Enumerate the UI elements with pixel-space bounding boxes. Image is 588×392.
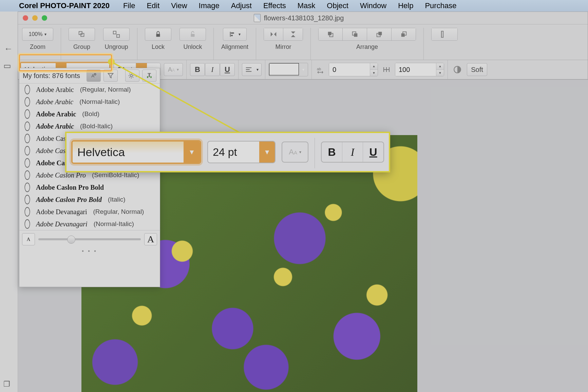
chevron-down-icon[interactable]: ▼	[259, 142, 275, 163]
font-name: Adobe Arabic	[36, 98, 73, 106]
font-list-item[interactable]: Adobe Arabic(Bold)	[19, 108, 160, 120]
menu-view[interactable]: View	[171, 1, 187, 10]
font-preview-button[interactable]: A	[87, 70, 101, 82]
mac-menubar: Corel PHOTO-PAINT 2020 File Edit View Im…	[0, 0, 588, 12]
backward-icon	[376, 31, 383, 38]
chevron-up-icon[interactable]: ▲	[436, 63, 444, 70]
ungroup-button[interactable]	[103, 28, 130, 41]
font-size-large-button[interactable]: A	[144, 233, 157, 245]
group-button[interactable]	[69, 28, 95, 41]
mirror-cluster	[264, 28, 303, 41]
font-panel-header: My fonts: 876 fonts A ▾	[19, 68, 160, 83]
svg-text:ab: ab	[317, 67, 321, 71]
chevron-down-icon[interactable]: ▾	[299, 63, 308, 76]
text-align-button[interactable]: ▾	[242, 63, 262, 76]
lock-label: Lock	[152, 43, 165, 51]
kerning-value[interactable]	[329, 63, 370, 76]
minimize-window-icon[interactable]	[32, 15, 38, 21]
font-size-slider[interactable]	[38, 238, 141, 240]
spin-buttons[interactable]: ▲▼	[436, 63, 444, 76]
font-list-item[interactable]: Adobe Devanagari(Regular, Normal)	[19, 206, 160, 218]
unlock-button[interactable]	[179, 28, 206, 41]
menu-edit[interactable]: Edit	[147, 1, 159, 10]
objects-icon[interactable]: ❐	[3, 380, 10, 389]
alignment-label: Alignment	[221, 43, 248, 51]
menu-file[interactable]: File	[123, 1, 135, 10]
color-swatch	[269, 63, 299, 75]
menu-image[interactable]: Image	[199, 1, 220, 10]
menu-mask[interactable]: Mask	[298, 1, 316, 10]
font-list-item[interactable]: Adobe Devanagari(Normal-Italic)	[19, 218, 160, 230]
ungroup-icon	[113, 31, 120, 38]
biu-cluster: B I U	[190, 63, 235, 76]
font-attr: (Italic)	[108, 196, 126, 203]
font-list-item[interactable]: Adobe Caslon Pro Bold	[19, 181, 160, 193]
menu-window[interactable]: Window	[360, 1, 386, 10]
callout-italic-button[interactable]: I	[342, 142, 363, 162]
divider	[186, 60, 187, 79]
callout-case-button[interactable]: AA ▾	[282, 142, 308, 163]
font-settings-button[interactable]: ▾	[125, 70, 139, 82]
zoom-window-icon[interactable]	[42, 15, 47, 21]
chevron-down-icon[interactable]: ▼	[436, 70, 444, 76]
menu-object[interactable]: Object	[327, 1, 348, 10]
font-list-item[interactable]: Adobe Arabic(Normal-Italic)	[19, 96, 160, 108]
font-list-item[interactable]: Adobe Arabic(Bold-Italic)	[19, 120, 160, 132]
tracking-value[interactable]	[395, 63, 436, 76]
callout-underline-button[interactable]: U	[363, 142, 383, 162]
underline-button[interactable]: U	[220, 63, 235, 76]
opentype-icon	[24, 134, 30, 143]
mirror-vertical-button[interactable]	[283, 28, 303, 41]
arrange-to-back-button[interactable]	[392, 28, 416, 41]
arrange-to-front-button[interactable]	[318, 28, 343, 41]
spin-buttons[interactable]: ▲▼	[370, 63, 378, 76]
callout-font-combo[interactable]: Helvetica ▼	[71, 140, 201, 164]
callout-bold-button[interactable]: B	[322, 142, 342, 162]
tracking-field[interactable]: ▲▼	[395, 63, 444, 76]
zoom-combo[interactable]: 100% ▾	[22, 28, 53, 41]
divider	[423, 28, 424, 60]
text-case-button[interactable]: AA ▾	[164, 63, 183, 76]
font-size-small-button[interactable]: A	[22, 233, 35, 245]
svg-rect-42	[148, 73, 151, 74]
ruler-button[interactable]	[431, 28, 458, 41]
font-add-button[interactable]	[142, 70, 156, 82]
chevron-down-icon[interactable]: ▼	[184, 142, 200, 163]
svg-rect-41	[150, 76, 151, 78]
mirror-horizontal-button[interactable]	[264, 28, 283, 41]
chevron-up-icon[interactable]: ▲	[370, 63, 378, 70]
lock-button[interactable]	[145, 28, 171, 41]
arrange-backward-button[interactable]	[367, 28, 392, 41]
font-dropdown-panel: My fonts: 876 fonts A ▾ Adobe Arabic(Reg…	[19, 68, 160, 287]
slider-thumb[interactable]	[67, 236, 75, 244]
menu-effects[interactable]: Effects	[263, 1, 286, 10]
opentype-icon	[24, 122, 30, 131]
back-arrow-icon[interactable]: ←	[4, 43, 13, 54]
bold-button[interactable]: B	[190, 63, 205, 76]
chevron-down-icon[interactable]: ▼	[370, 70, 378, 76]
menu-purchase[interactable]: Purchase	[425, 1, 456, 10]
menu-adjust[interactable]: Adjust	[231, 1, 252, 10]
arrange-forward-button[interactable]	[343, 28, 367, 41]
font-list-item[interactable]: Adobe Arabic(Regular, Normal)	[19, 83, 160, 96]
opentype-icon	[24, 97, 30, 107]
panel-resize-handle[interactable]: • • •	[19, 248, 160, 256]
svg-rect-8	[231, 35, 233, 36]
callout-size-combo[interactable]: 24 pt ▼	[207, 141, 276, 163]
antialias-combo[interactable]: Soft	[467, 63, 487, 76]
font-list-item[interactable]: Adobe Caslon Pro Bold(Italic)	[19, 193, 160, 206]
font-filter-button[interactable]	[103, 70, 118, 82]
opentype-icon	[24, 195, 30, 204]
alignment-button[interactable]: ▾	[223, 28, 247, 41]
folder-icon[interactable]: ▭	[3, 61, 11, 71]
unlock-label: Unlock	[183, 43, 202, 51]
callout-size-value: 24 pt	[208, 142, 259, 163]
italic-button[interactable]: I	[205, 63, 220, 76]
app-name[interactable]: Corel PHOTO-PAINT 2020	[19, 1, 110, 10]
kerning-field[interactable]: ▲▼	[329, 63, 378, 76]
menu-help[interactable]: Help	[398, 1, 413, 10]
document-title-text: flowers-4138103_1280.jpg	[264, 14, 344, 22]
close-window-icon[interactable]	[23, 15, 28, 21]
svg-rect-5	[191, 34, 195, 37]
text-color-combo[interactable]: ▾	[269, 63, 308, 76]
